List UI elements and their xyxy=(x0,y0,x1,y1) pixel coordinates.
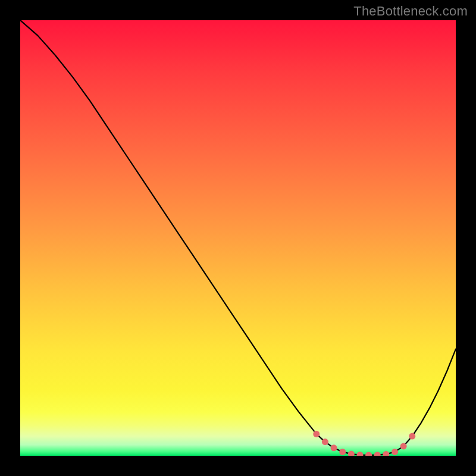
marker-dot xyxy=(374,452,381,456)
marker-dot xyxy=(392,449,398,455)
plot-area xyxy=(20,20,456,456)
chart-frame: TheBottleneck.com xyxy=(0,0,476,476)
bottleneck-curve xyxy=(20,20,456,455)
marker-dot xyxy=(400,443,407,449)
curve-layer xyxy=(20,20,456,456)
marker-dot xyxy=(383,451,389,456)
marker-dot xyxy=(356,452,363,456)
marker-dot xyxy=(331,444,337,451)
marker-dot xyxy=(339,449,346,455)
low-region-markers xyxy=(313,431,415,456)
marker-dot xyxy=(409,433,415,440)
marker-dot xyxy=(348,451,355,456)
marker-dot xyxy=(313,431,320,437)
marker-dot xyxy=(365,452,372,456)
watermark-text: TheBottleneck.com xyxy=(353,4,468,19)
marker-dot xyxy=(322,439,328,445)
